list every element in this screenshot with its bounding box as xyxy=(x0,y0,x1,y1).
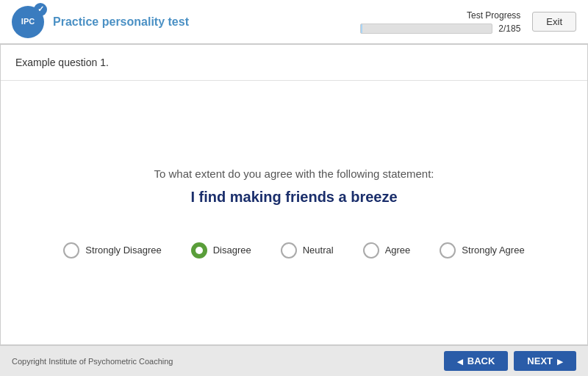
option-disagree[interactable]: Disagree xyxy=(191,242,251,258)
radio-disagree[interactable] xyxy=(191,242,207,258)
question-statement: I find making friends a breeze xyxy=(190,189,397,206)
header: IPC Practice personality test Test Progr… xyxy=(0,0,588,44)
app-title: Practice personality test xyxy=(53,15,360,29)
option-neutral[interactable]: Neutral xyxy=(281,242,334,258)
back-button[interactable]: BACK xyxy=(444,351,509,371)
copyright-text: Copyright Institute of Psychometric Coac… xyxy=(12,357,173,366)
nav-buttons: BACK NEXT xyxy=(444,351,576,371)
radio-agree[interactable] xyxy=(363,242,379,258)
logo: IPC xyxy=(12,6,44,38)
options-row: Strongly Disagree Disagree Neutral Agree xyxy=(15,242,573,258)
option-label-agree: Agree xyxy=(385,245,411,256)
option-label-disagree: Disagree xyxy=(213,245,251,256)
back-arrow-icon xyxy=(457,355,463,366)
progress-bar-container: 2/185 xyxy=(360,24,520,34)
back-label: BACK xyxy=(467,355,495,366)
option-agree[interactable]: Agree xyxy=(363,242,411,258)
footer: Copyright Institute of Psychometric Coac… xyxy=(0,345,588,376)
question-header: Example question 1. xyxy=(1,45,587,81)
option-strongly-disagree[interactable]: Strongly Disagree xyxy=(63,242,161,258)
logo-text: IPC xyxy=(21,17,35,26)
question-body: To what extent do you agree with the fol… xyxy=(1,81,587,344)
progress-label: Test Progress xyxy=(467,10,520,21)
next-button[interactable]: NEXT xyxy=(514,351,576,371)
progress-section: Test Progress 2/185 xyxy=(360,10,520,34)
radio-neutral[interactable] xyxy=(281,242,297,258)
progress-text: 2/185 xyxy=(498,24,520,34)
main-content: Example question 1. To what extent do yo… xyxy=(0,44,588,345)
option-label-strongly-agree: Strongly Agree xyxy=(462,245,524,256)
progress-bar xyxy=(360,24,492,34)
progress-fill xyxy=(361,24,362,33)
logo-checkmark-icon xyxy=(34,3,47,16)
radio-strongly-disagree[interactable] xyxy=(63,242,79,258)
option-label-strongly-disagree: Strongly Disagree xyxy=(85,245,161,256)
question-number: Example question 1. xyxy=(15,57,109,68)
radio-inner-disagree xyxy=(196,247,203,254)
next-arrow-icon xyxy=(557,355,563,366)
option-label-neutral: Neutral xyxy=(303,245,334,256)
question-prompt: To what extent do you agree with the fol… xyxy=(154,167,434,180)
radio-strongly-agree[interactable] xyxy=(440,242,456,258)
exit-button[interactable]: Exit xyxy=(532,12,576,32)
next-label: NEXT xyxy=(527,355,553,366)
option-strongly-agree[interactable]: Strongly Agree xyxy=(440,242,524,258)
